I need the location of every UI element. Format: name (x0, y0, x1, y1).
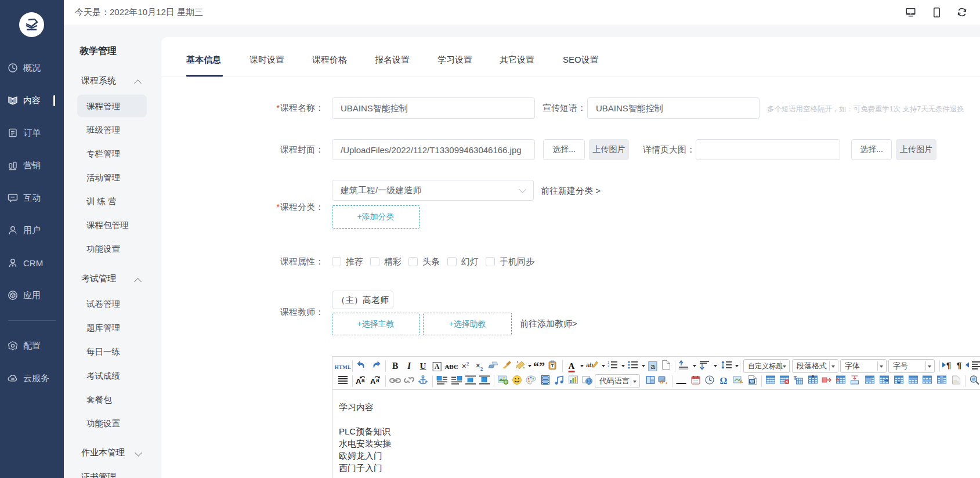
svg-text:2: 2 (607, 364, 610, 368)
svg-text:¶: ¶ (946, 361, 951, 370)
svg-text:¶: ¶ (957, 361, 961, 370)
svg-text:ab: ab (586, 361, 593, 368)
svg-text:W: W (750, 379, 754, 384)
svg-text:A: A (370, 377, 376, 385)
svg-text:T: T (551, 363, 554, 368)
